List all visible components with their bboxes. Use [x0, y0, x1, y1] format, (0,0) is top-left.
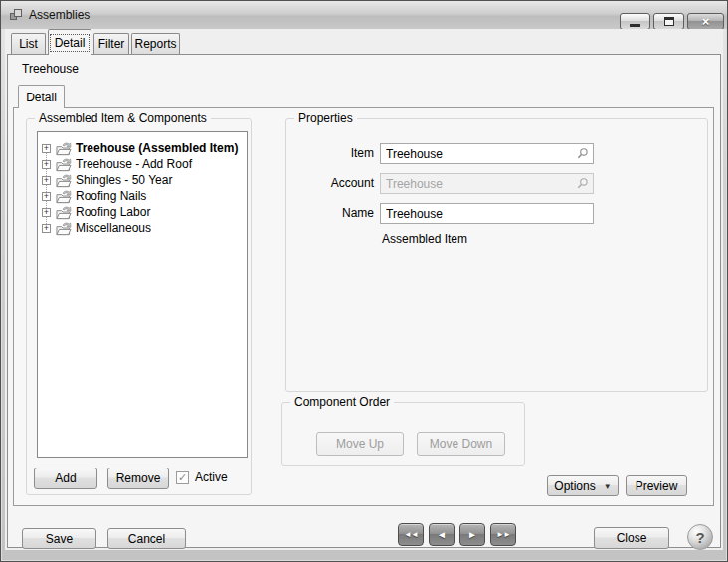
tab-detail[interactable]: Detail — [48, 29, 91, 55]
item-type-text: Assembled Item — [382, 232, 467, 246]
assembly-item-icon — [55, 173, 72, 188]
item-lookup-icon[interactable] — [575, 146, 590, 161]
options-button[interactable]: Options ▼ — [547, 475, 619, 496]
active-checkbox[interactable]: ✓ — [176, 471, 189, 484]
maximize-icon — [664, 17, 674, 26]
assemblies-window: Assemblies × List Detail Filter Reports … — [0, 0, 728, 562]
first-record-icon: ◄◄ — [404, 530, 418, 539]
record-title: Treehouse — [22, 62, 79, 76]
name-label: Name — [286, 203, 374, 224]
remove-button[interactable]: Remove — [107, 468, 169, 489]
help-icon: ? — [695, 529, 704, 546]
nav-previous-button[interactable]: ◄ — [429, 523, 455, 546]
save-button[interactable]: Save — [22, 528, 96, 549]
check-icon: ✓ — [178, 472, 187, 483]
chevron-down-icon: ▼ — [604, 482, 612, 491]
expand-icon[interactable]: + — [42, 160, 51, 169]
tab-reports[interactable]: Reports — [131, 33, 180, 54]
properties-groupbox: Properties Item Account — [285, 118, 708, 392]
expand-icon[interactable]: + — [42, 144, 51, 153]
nav-last-button[interactable]: ►► — [490, 523, 516, 546]
tree-item-label: Treehouse (Assembled Item) — [76, 141, 238, 155]
expand-icon[interactable]: + — [42, 224, 51, 233]
item-label: Item — [286, 143, 374, 164]
preview-button[interactable]: Preview — [626, 475, 687, 496]
close-icon: × — [702, 14, 710, 29]
assembly-item-icon — [55, 221, 72, 236]
assembly-item-icon — [55, 157, 72, 172]
titlebar: Assemblies × — [1, 1, 727, 29]
last-record-icon: ►► — [496, 530, 510, 539]
tree-item[interactable]: + Treehouse (Assembled Item) — [38, 140, 247, 156]
inner-tab-detail[interactable]: Detail — [18, 85, 65, 108]
tree-item-label: Roofing Labor — [76, 205, 150, 219]
move-down-button[interactable]: Move Down — [417, 432, 505, 456]
tree-item[interactable]: + Roofing Nails — [38, 188, 247, 204]
expand-icon[interactable]: + — [42, 208, 51, 217]
detail-inner-panel: Assembled Item & Components + Treehouse … — [13, 107, 714, 506]
tree-item[interactable]: + Shingles - 50 Year — [38, 172, 247, 188]
assembly-groupbox: Assembled Item & Components + Treehouse … — [26, 118, 252, 495]
tree-item[interactable]: + Roofing Labor — [38, 204, 247, 220]
tab-list[interactable]: List — [11, 33, 46, 54]
client-area: List Detail Filter Reports Treehouse Det… — [5, 29, 723, 550]
expand-icon[interactable]: + — [42, 176, 51, 185]
detail-tab-page: Treehouse Detail Assembled Item & Compon… — [7, 54, 721, 548]
nav-first-button[interactable]: ◄◄ — [398, 523, 424, 546]
help-button[interactable]: ? — [687, 524, 713, 550]
component-order-groupbox: Component Order Move Up Move Down — [281, 402, 525, 466]
item-field[interactable] — [380, 143, 594, 164]
component-order-title: Component Order — [290, 395, 394, 409]
tree-item-label: Treehouse - Add Roof — [76, 157, 192, 171]
tree-item[interactable]: + Miscellaneous — [38, 220, 247, 236]
tree-item-label: Roofing Nails — [76, 189, 146, 203]
assembly-item-icon — [55, 189, 72, 204]
tab-filter[interactable]: Filter — [93, 33, 129, 54]
cancel-button[interactable]: Cancel — [107, 528, 186, 549]
assembly-item-icon — [55, 141, 72, 156]
nav-next-button[interactable]: ► — [459, 523, 485, 546]
window-title: Assemblies — [29, 8, 90, 22]
tree-item[interactable]: + Treehouse - Add Roof — [38, 156, 247, 172]
tree-item-label: Shingles - 50 Year — [76, 173, 172, 187]
properties-group-title: Properties — [294, 111, 357, 125]
add-button[interactable]: Add — [34, 468, 97, 489]
account-field — [380, 173, 594, 194]
name-field[interactable] — [380, 203, 594, 224]
previous-record-icon: ◄ — [437, 529, 447, 540]
active-checkbox-label: Active — [195, 470, 228, 484]
maximize-button[interactable] — [653, 13, 684, 30]
minimize-icon — [630, 24, 640, 27]
expand-icon[interactable]: + — [42, 192, 51, 201]
minimize-button[interactable] — [620, 13, 650, 30]
component-tree[interactable]: + Treehouse (Assembled Item) + Treehouse… — [37, 131, 248, 458]
tree-item-label: Miscellaneous — [76, 221, 151, 235]
account-label: Account — [286, 173, 374, 194]
assembly-item-icon — [55, 205, 72, 220]
window-icon — [10, 9, 23, 22]
move-up-button[interactable]: Move Up — [316, 432, 404, 456]
account-lookup-icon — [575, 176, 590, 191]
close-button[interactable]: Close — [594, 527, 669, 549]
close-window-button[interactable]: × — [687, 13, 724, 30]
next-record-icon: ► — [467, 529, 477, 540]
assembly-group-title: Assembled Item & Components — [35, 111, 211, 125]
